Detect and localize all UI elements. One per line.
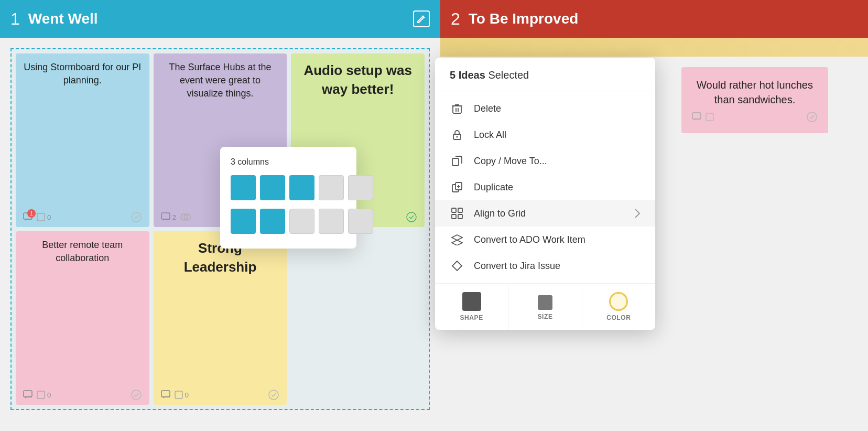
card-1-footer: 1 0 <box>23 211 142 223</box>
card-1-count: 0 <box>37 213 51 221</box>
column-2-strip <box>440 38 868 57</box>
svg-rect-30 <box>452 208 456 212</box>
svg-marker-34 <box>452 235 462 240</box>
column-title-2: To Be Improved <box>469 10 858 27</box>
right-card-1-check <box>806 111 818 123</box>
card-5-text: Strong Leadership <box>161 239 280 385</box>
card-1-text: Using Stormboard for our PI planning. <box>23 61 142 207</box>
grid-cell-9[interactable] <box>319 209 344 234</box>
card-1-badge: 1 <box>27 209 36 218</box>
svg-rect-3 <box>161 213 170 219</box>
card-4-footer: 0 <box>23 389 142 401</box>
size-preview-icon <box>538 295 552 310</box>
lock-icon <box>450 129 464 141</box>
svg-rect-32 <box>452 214 456 219</box>
svg-marker-35 <box>452 240 462 245</box>
svg-rect-10 <box>24 391 32 397</box>
grid-cell-1[interactable] <box>231 175 256 200</box>
footer-size-button[interactable]: SIZE <box>508 284 582 330</box>
menu-item-lock-label: Lock All <box>474 130 641 141</box>
card-2-cycle <box>180 213 191 221</box>
menu-item-align-grid[interactable]: Align to Grid <box>435 200 655 227</box>
grid-row-2 <box>231 209 373 234</box>
card-5-check <box>268 389 279 401</box>
comment-icon-4 <box>23 390 32 400</box>
column-number-2: 2 <box>451 9 460 29</box>
svg-rect-19 <box>453 106 461 113</box>
right-card-1[interactable]: Would rather hot lunches than sandwiches… <box>681 67 828 133</box>
menu-item-delete-label: Delete <box>474 103 641 114</box>
menu-item-duplicate-label: Duplicate <box>474 182 641 193</box>
grid-cell-5[interactable] <box>348 175 373 200</box>
right-comment-icon-1 <box>692 112 701 122</box>
menu-item-convert-ado[interactable]: Convert to ADO Work Item <box>435 227 655 253</box>
grid-cell-6[interactable] <box>231 209 256 234</box>
right-card-1-text: Would rather hot lunches than sandwiches… <box>692 78 818 107</box>
card-5-footer-left: 0 <box>161 390 189 400</box>
shape-preview-icon <box>462 292 481 311</box>
edit-column-1-button[interactable] <box>413 10 430 27</box>
svg-point-2 <box>132 212 141 222</box>
card-1-comment-wrap: 1 <box>23 212 32 222</box>
grid-cell-4[interactable] <box>319 175 344 200</box>
grid-cell-10[interactable] <box>348 209 373 234</box>
svg-rect-25 <box>452 158 459 166</box>
copy-icon <box>450 155 464 167</box>
svg-rect-11 <box>37 391 45 398</box>
right-card-1-count <box>706 113 714 121</box>
duplicate-icon <box>450 181 464 193</box>
grid-options <box>231 175 346 238</box>
column-number-1: 1 <box>10 9 20 29</box>
svg-point-9 <box>407 212 416 222</box>
board: 1 Went Well Using Stormboard for our PI … <box>0 0 868 431</box>
card-4[interactable]: Better remote team collaboration <box>16 231 149 405</box>
grid-cell-2[interactable] <box>260 175 285 200</box>
grid-cell-8[interactable] <box>289 209 314 234</box>
card-slot-empty <box>291 231 425 405</box>
grid-cell-3[interactable] <box>289 175 314 200</box>
menu-item-copy-move[interactable]: Copy / Move To... <box>435 148 655 174</box>
menu-item-ado-label: Convert to ADO Work Item <box>474 234 641 245</box>
footer-size-label: SIZE <box>537 313 552 320</box>
svg-point-12 <box>132 390 141 400</box>
svg-point-18 <box>807 112 817 122</box>
jira-icon <box>450 260 464 272</box>
grid-row-1 <box>231 175 373 200</box>
menu-item-convert-jira[interactable]: Convert to Jira Issue <box>435 253 655 279</box>
comment-icon-5 <box>161 390 170 400</box>
menu-item-delete[interactable]: Delete <box>435 95 655 122</box>
svg-rect-17 <box>706 113 713 121</box>
menu-item-lock-all[interactable]: Lock All <box>435 122 655 148</box>
column-header-1: 1 Went Well <box>0 0 440 38</box>
chevron-right-icon <box>634 208 641 219</box>
menu-footer: SHAPE SIZE COLOR <box>435 283 655 330</box>
grid-cell-7[interactable] <box>260 209 285 234</box>
grid-icon <box>450 208 464 219</box>
footer-shape-button[interactable]: SHAPE <box>435 284 508 330</box>
context-menu: 5 Ideas Selected Delete <box>435 58 655 330</box>
ado-icon <box>450 234 464 245</box>
svg-rect-16 <box>692 113 701 119</box>
footer-color-label: COLOR <box>606 314 631 321</box>
card-5[interactable]: Strong Leadership <box>154 231 287 405</box>
trash-icon <box>450 103 464 114</box>
card-4-footer-left: 0 <box>23 390 51 400</box>
footer-shape-label: SHAPE <box>460 314 483 321</box>
menu-items-list: Delete Lock All <box>435 91 655 283</box>
footer-color-button[interactable]: COLOR <box>582 284 655 330</box>
color-preview-icon <box>609 292 628 311</box>
svg-point-15 <box>269 390 278 400</box>
card-1[interactable]: Using Stormboard for our PI planning. <box>16 53 149 227</box>
card-4-text: Better remote team collaboration <box>23 239 142 385</box>
svg-rect-14 <box>175 391 182 398</box>
menu-item-jira-label: Convert to Jira Issue <box>474 261 641 272</box>
submenu-title: 3 columns <box>231 157 346 167</box>
card-4-count: 0 <box>37 391 51 399</box>
card-3-check <box>406 211 417 223</box>
card-4-check <box>131 389 142 401</box>
svg-rect-13 <box>161 391 170 397</box>
card-1-check <box>131 211 142 223</box>
svg-marker-36 <box>452 261 462 271</box>
column-title-1: Went Well <box>28 10 413 27</box>
menu-item-duplicate[interactable]: Duplicate <box>435 174 655 200</box>
